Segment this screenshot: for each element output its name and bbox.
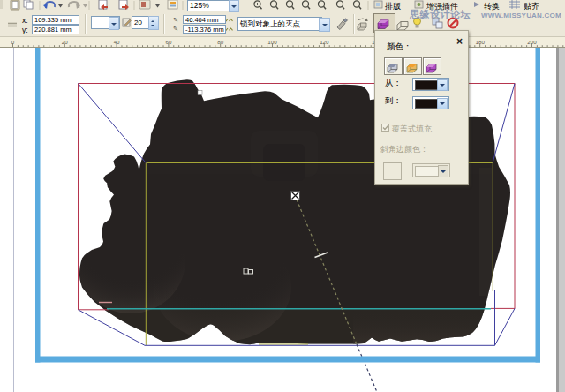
svg-text:80: 80	[217, 39, 223, 45]
svg-text:60: 60	[165, 39, 171, 45]
svg-text:100: 100	[267, 39, 277, 45]
svg-text:120: 120	[320, 39, 329, 45]
svg-text:40: 40	[114, 39, 120, 45]
svg-text:20: 20	[62, 39, 68, 45]
svg-text:✎: ✎	[173, 17, 178, 23]
svg-text:0: 0	[11, 39, 15, 45]
svg-text:✎: ✎	[173, 26, 178, 32]
svg-text:180: 180	[476, 39, 486, 45]
svg-text:200: 200	[527, 39, 537, 45]
